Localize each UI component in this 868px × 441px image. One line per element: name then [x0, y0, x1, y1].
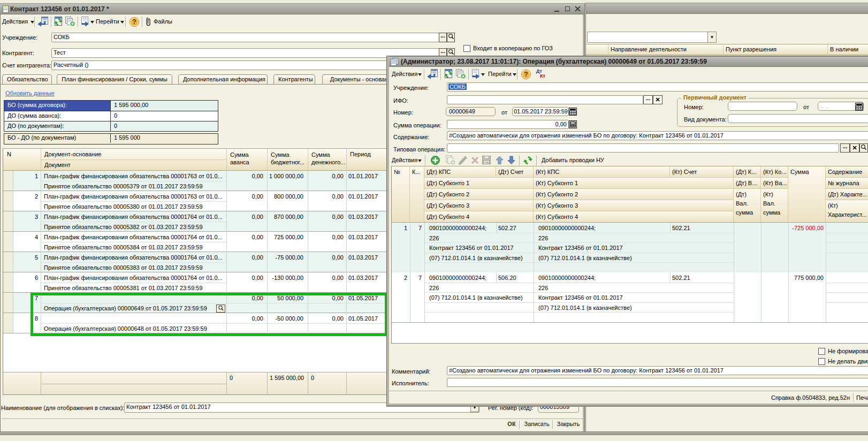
svg-text:?: ? — [524, 71, 528, 78]
svg-text:?: ? — [132, 18, 136, 26]
svg-text:ток: ток — [484, 161, 489, 164]
